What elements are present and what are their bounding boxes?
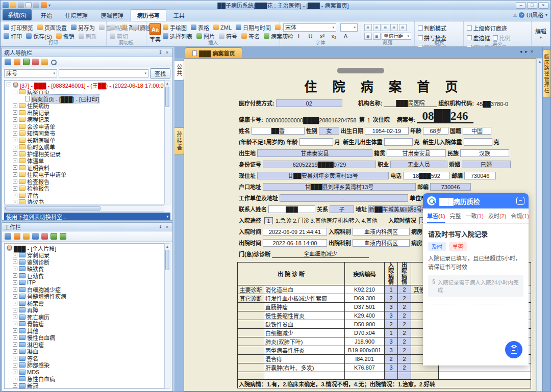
number-list-icon[interactable]: ≡	[373, 24, 381, 31]
form-field[interactable]: 中国	[463, 127, 491, 135]
in-hospital-icon[interactable]	[23, 59, 30, 65]
close-icon[interactable]: ×	[164, 50, 170, 55]
add-patient-icon[interactable]	[5, 59, 11, 65]
tab-close-icon[interactable]: ×	[531, 49, 533, 54]
ribbon-tab[interactable]: 开始	[35, 10, 58, 21]
expander-icon[interactable]: +	[13, 322, 17, 326]
document-tab[interactable]: ███ 病案首页	[185, 47, 242, 58]
indent-increase-icon[interactable]: ≡	[390, 24, 398, 31]
expander-icon[interactable]: +	[13, 193, 17, 197]
ribbon-tab[interactable]: 住院管理	[59, 10, 94, 21]
find-button[interactable]: 查找	[150, 68, 170, 79]
open-icon[interactable]	[10, 2, 16, 8]
tab-scroll-right-icon[interactable]: ▸	[525, 49, 528, 54]
ribbon-tab[interactable]: 医嘱管理	[95, 10, 130, 21]
form-field[interactable]: -	[464, 138, 492, 146]
expander-icon[interactable]: −	[7, 83, 11, 87]
help-icon[interactable]: ?	[519, 12, 524, 18]
ui-style-dropdown-icon[interactable]: ▾	[545, 13, 547, 17]
edit-dropdown-button[interactable]: 编辑▾	[535, 23, 547, 40]
patient-search-input[interactable]: ▾	[59, 69, 148, 77]
form-field[interactable]: 女	[319, 127, 339, 135]
form-field[interactable]: 汉族	[460, 149, 509, 157]
expander-icon[interactable]: +	[13, 159, 17, 163]
tree-item[interactable]: +肺部感染	[5, 362, 164, 369]
tab-scroll-left-icon[interactable]: ◂	[520, 49, 522, 54]
form-field[interactable]: ███	[268, 205, 315, 213]
expander-icon[interactable]: −	[13, 90, 17, 94]
expander-icon[interactable]: +	[13, 383, 17, 388]
expander-icon[interactable]: +	[13, 356, 17, 360]
align-left-icon[interactable]: ≡	[399, 24, 407, 31]
ui-style-label[interactable]: UI风格	[527, 11, 543, 19]
expander-icon[interactable]: +	[13, 267, 17, 271]
form-field[interactable]: 62052219████0729	[263, 161, 376, 168]
shared-fragment-icon[interactable]	[14, 233, 20, 240]
qc-tab[interactable]: 完整	[449, 212, 461, 223]
close-icon[interactable]: ×	[164, 224, 170, 229]
minimize-button[interactable]: –	[516, 2, 526, 9]
print-preview-icon[interactable]	[26, 2, 32, 8]
expander-icon[interactable]: +	[13, 301, 17, 305]
refresh-icon[interactable]	[14, 59, 20, 65]
form-field[interactable]: -	[280, 194, 408, 202]
close-button[interactable]: ×	[538, 2, 548, 9]
ribbon-button[interactable]: 打印预览	[4, 23, 33, 32]
expander-icon[interactable]: +	[13, 253, 17, 257]
form-field[interactable]: 730046	[430, 183, 471, 191]
form-field[interactable]: ███民医院	[384, 99, 437, 107]
font-family-select[interactable]: 宋体▾	[283, 23, 336, 32]
expander-icon[interactable]: +	[13, 280, 17, 285]
form-field[interactable]: 血液内科病区	[353, 239, 410, 247]
discharged-icon[interactable]	[41, 59, 48, 65]
expander-icon[interactable]: +	[13, 273, 17, 278]
tab-patient[interactable]: 孙桂香	[174, 127, 184, 154]
expander-icon[interactable]: +	[13, 259, 17, 264]
user-icon[interactable]	[60, 233, 66, 240]
form-field[interactable]: 甘肃秦安县	[257, 149, 372, 157]
qc-tab[interactable]: 一致(1)	[465, 212, 483, 223]
search-icon[interactable]	[51, 59, 57, 65]
expander-icon[interactable]: +	[13, 335, 17, 340]
dept-switch-combo[interactable]: 使用下拉列表切换科室...▾	[4, 213, 170, 220]
expander-icon[interactable]: +	[13, 165, 17, 170]
expander-icon[interactable]: +	[13, 328, 17, 333]
form-field[interactable]: -	[299, 138, 333, 146]
restore-button[interactable]: □	[527, 2, 537, 9]
qc-report-button[interactable]	[505, 341, 522, 358]
font-size-select[interactable]: ▾	[340, 23, 358, 32]
expander-icon[interactable]: +	[13, 110, 17, 115]
expander-icon[interactable]: +	[13, 294, 17, 299]
ribbon-tab[interactable]: 病历书写	[131, 9, 166, 21]
ribbon-button[interactable]: 粘贴	[110, 23, 128, 32]
ribbon-button[interactable]: 表格	[191, 23, 209, 32]
expander-icon[interactable]: +	[13, 377, 17, 381]
expander-icon[interactable]: +	[13, 145, 17, 149]
indent-decrease-icon[interactable]: ≡	[382, 24, 389, 31]
expander-icon[interactable]: +	[13, 179, 17, 184]
book-icon[interactable]	[41, 233, 48, 240]
form-field[interactable]: 血液内科病区	[353, 228, 410, 236]
form-field[interactable]: 08██246	[417, 110, 473, 123]
form-field[interactable]: 2022-06-18 14:00	[263, 239, 327, 247]
form-field[interactable]: 子	[330, 205, 354, 213]
form-field[interactable]: 甘肃秦安县	[387, 149, 446, 157]
tree-item[interactable]: +新冠	[5, 382, 164, 389]
ribbon-button[interactable]: 手绘图	[163, 23, 187, 32]
expander-icon[interactable]: +	[13, 138, 17, 142]
expander-icon[interactable]: +	[13, 370, 17, 374]
ribbon-tab[interactable]: 系统(S)	[3, 9, 32, 20]
form-field[interactable]: 甘██安县刘坪乡黄湾村13号	[257, 172, 389, 179]
collapse-ribbon-icon[interactable]: ◬	[513, 12, 517, 17]
clinical-pathway-tab[interactable]: 临床路径管理栏	[543, 49, 550, 98]
expander-icon[interactable]: +	[13, 186, 17, 191]
print-icon[interactable]	[33, 2, 39, 8]
dictionary-button[interactable]: Aa 字典	[149, 23, 161, 40]
expander-icon[interactable]: +	[13, 308, 17, 312]
form-field[interactable]: 全血细胞减少	[272, 250, 369, 258]
qc-minimize-button[interactable]: −	[516, 197, 524, 205]
expander-icon[interactable]: +	[13, 363, 17, 368]
form-field[interactable]: ██香	[252, 127, 305, 135]
expander-icon[interactable]: +	[13, 117, 17, 122]
print-queue-icon[interactable]	[32, 233, 39, 240]
